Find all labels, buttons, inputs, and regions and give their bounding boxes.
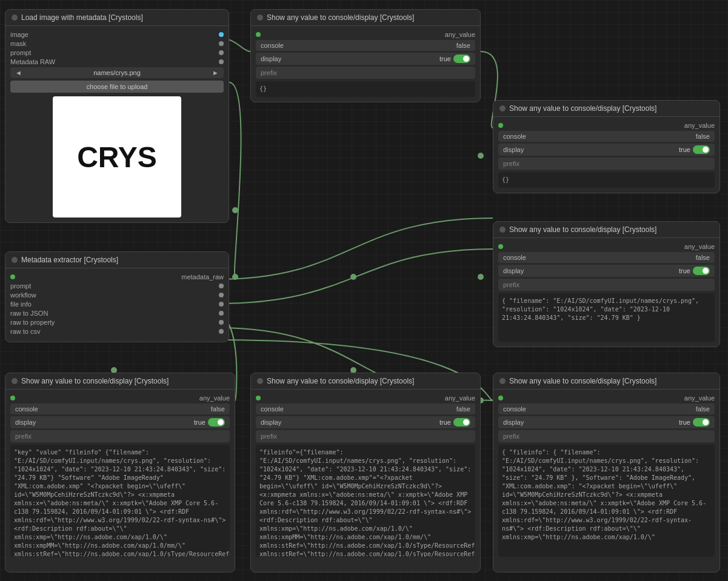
sv5-prefix-row: prefix [256, 430, 475, 442]
sv2-any-value-label: any_value [684, 122, 715, 129]
sv4-any-value-dot[interactable] [10, 396, 15, 400]
prompt-port-label: prompt [10, 49, 31, 56]
show-value-1-title: Show any value to console/display [Cryst… [267, 13, 414, 22]
sv1-console-value: false [456, 42, 470, 49]
sv3-display-toggle[interactable]: true [679, 267, 710, 275]
image-filename: names/crys.png [93, 69, 141, 76]
next-image-btn[interactable]: ► [212, 69, 219, 76]
sv5-console-label: console [261, 405, 284, 413]
metadata-raw-in-label: metadata_raw [181, 273, 224, 281]
sv2-display-toggle[interactable]: true [679, 145, 710, 154]
svg-point-7 [478, 274, 484, 280]
sv3-display-row[interactable]: display true [498, 265, 715, 277]
sv1-any-value-dot[interactable] [256, 32, 261, 37]
svg-point-6 [478, 153, 484, 159]
show-value-4-header: Show any value to console/display [Cryst… [5, 373, 235, 390]
sv6-any-value-label: any_value [684, 394, 715, 402]
sv5-toggle-pill[interactable] [453, 418, 470, 427]
sv2-prefix-row: prefix [498, 158, 715, 170]
sv2-console-label: console [503, 133, 526, 140]
sv1-json-display: {} [256, 81, 475, 97]
metadata-raw-in-dot[interactable] [10, 274, 15, 279]
me-workflow-dot[interactable] [219, 293, 224, 297]
sv2-display-value: true [679, 146, 690, 153]
sv6-console-value: false [696, 405, 710, 413]
metadata-raw-port-label: Metadata RAW [10, 58, 55, 65]
me-rawtocsv-label: raw to csv [10, 328, 41, 335]
sv2-console-row: console false [498, 131, 715, 142]
me-workflow-label: workflow [10, 291, 36, 299]
sv2-display-row[interactable]: display true [498, 144, 715, 156]
sv2-any-value-dot[interactable] [498, 123, 503, 128]
show-value-3-title: Show any value to console/display [Cryst… [509, 225, 656, 234]
mask-port-row: mask [10, 40, 224, 47]
sv6-display-row[interactable]: display true [498, 416, 715, 428]
sv4-any-value-label: any_value [199, 394, 230, 402]
svg-point-2 [232, 274, 238, 280]
sv6-toggle-pill[interactable] [693, 418, 710, 427]
sv6-any-value-dot[interactable] [498, 396, 503, 400]
sv3-json-display: { "filename": "E:/AI/SD/comfyUI.input/na… [498, 293, 715, 342]
sv4-json-display: "key" "value" "fileinfo" {"filename": "E… [10, 445, 230, 557]
sv1-toggle-pill[interactable] [453, 55, 470, 63]
me-rawtocsv-dot[interactable] [219, 329, 224, 334]
show-value-6-status-dot [499, 378, 506, 384]
mask-port-label: mask [10, 40, 26, 47]
sv1-display-row[interactable]: display true [256, 53, 475, 65]
prompt-port-dot[interactable] [219, 50, 224, 55]
sv3-console-value: false [696, 254, 710, 261]
sv1-display-value: true [439, 55, 451, 62]
me-rawtojson-dot[interactable] [219, 311, 224, 316]
sv1-console-label: console [261, 42, 284, 49]
show-value-4-node: Show any value to console/display [Cryst… [5, 373, 235, 573]
upload-btn[interactable]: choose file to upload [10, 81, 224, 93]
me-fileinfo-port-row: file info [10, 300, 224, 308]
sv1-display-toggle[interactable]: true [439, 55, 470, 63]
sv4-console-row: console false [10, 403, 230, 414]
show-value-1-node: Show any value to console/display [Cryst… [250, 9, 481, 102]
show-value-3-header: Show any value to console/display [Cryst… [493, 222, 720, 238]
sv5-display-toggle[interactable]: true [439, 418, 470, 427]
sv4-any-value-row: any_value [10, 394, 230, 402]
mask-port-dot[interactable] [219, 41, 224, 46]
sv6-any-value-row: any_value [498, 394, 715, 402]
sv3-any-value-dot[interactable] [498, 244, 503, 249]
sv6-json-display: { "fileinfo": { "filename": "E:/AI/SD/co… [498, 445, 715, 557]
metadata-extractor-title: Metadata extractor [Crystools] [21, 256, 118, 264]
image-port-dot[interactable] [219, 32, 224, 37]
show-value-5-status-dot [257, 378, 263, 384]
show-value-3-node: Show any value to console/display [Cryst… [493, 221, 720, 347]
sv6-display-value: true [679, 419, 690, 426]
sv4-display-toggle[interactable]: true [194, 418, 225, 427]
show-value-2-title: Show any value to console/display [Cryst… [509, 104, 656, 113]
me-rawtoproperty-dot[interactable] [219, 320, 224, 325]
sv3-prefix-row: prefix [498, 279, 715, 291]
metadata-raw-port-dot[interactable] [219, 59, 224, 64]
sv3-toggle-pill[interactable] [693, 267, 710, 275]
me-fileinfo-dot[interactable] [219, 302, 224, 307]
sv5-display-label: display [261, 419, 281, 426]
sv6-display-toggle[interactable]: true [679, 418, 710, 427]
sv4-toggle-pill[interactable] [208, 418, 225, 427]
sv5-console-value: false [456, 405, 470, 413]
sv1-prefix-row: prefix [256, 67, 475, 79]
sv2-any-value-row: any_value [498, 122, 715, 129]
me-fileinfo-label: file info [10, 300, 32, 308]
show-value-2-status-dot [499, 105, 506, 111]
me-prompt-dot[interactable] [219, 284, 224, 288]
sv6-console-label: console [503, 405, 526, 413]
sv1-display-label: display [261, 55, 281, 62]
sv5-console-row: console false [256, 403, 475, 414]
sv4-display-row[interactable]: display true [10, 416, 230, 428]
show-value-5-header: Show any value to console/display [Cryst… [251, 373, 480, 390]
sv5-json-display: "fileinfo"={"filename": "E:/AI/SD/comfyU… [256, 445, 475, 557]
me-prompt-label: prompt [10, 282, 31, 290]
show-value-1-status-dot [257, 15, 263, 21]
image-nav: ◄ names/crys.png ► [10, 67, 224, 78]
sv3-any-value-row: any_value [498, 243, 715, 250]
sv5-display-row[interactable]: display true [256, 416, 475, 428]
sv4-display-value: true [194, 419, 205, 426]
sv2-toggle-pill[interactable] [693, 145, 710, 154]
prev-image-btn[interactable]: ◄ [15, 69, 22, 76]
sv5-any-value-dot[interactable] [256, 396, 261, 400]
